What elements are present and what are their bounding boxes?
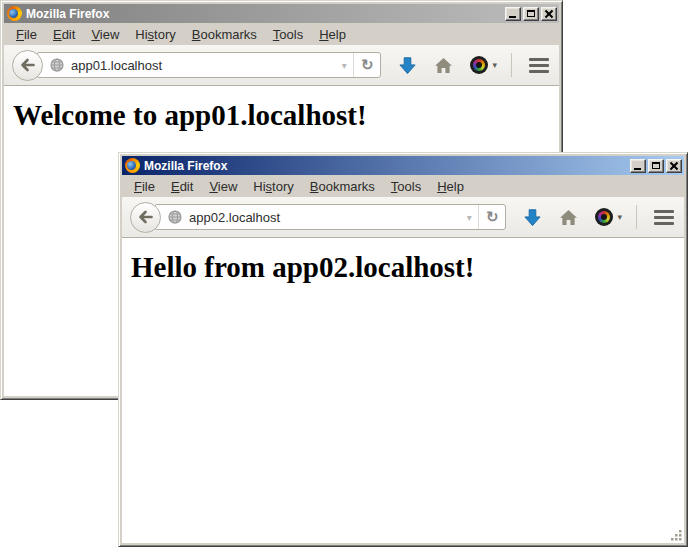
firefox-icon [7,6,22,21]
url-text[interactable]: app02.localhost [189,210,461,225]
window-title: Mozilla Firefox [26,7,109,21]
home-icon [559,209,578,226]
maximize-button[interactable] [648,159,664,173]
close-button[interactable] [541,7,557,21]
hamburger-icon [529,58,549,73]
menu-help[interactable]: Help [311,25,354,44]
window-controls [503,7,557,21]
firefox-icon [125,158,140,173]
url-history-dropdown-icon[interactable]: ▾ [336,60,353,71]
menu-bookmarks[interactable]: Bookmarks [184,25,265,44]
url-bar[interactable]: app02.localhost ▾ ↻ [154,204,506,230]
titlebar[interactable]: Mozilla Firefox [122,156,684,175]
titlebar[interactable]: Mozilla Firefox [4,4,559,23]
close-icon [667,160,681,172]
menu-history[interactable]: History [127,25,183,44]
url-text[interactable]: app01.localhost [71,58,336,73]
download-arrow-icon [398,56,417,75]
url-bar[interactable]: app01.localhost ▾ ↻ [36,52,381,78]
back-arrow-icon [20,57,36,73]
maximize-icon [527,10,535,17]
app-menu-button[interactable] [654,210,674,225]
window-title: Mozilla Firefox [144,159,227,173]
menu-file[interactable]: File [8,25,45,44]
page-heading: Hello from app02.localhost! [131,251,684,284]
minimize-button[interactable] [630,159,646,173]
navigation-toolbar: app02.localhost ▾ ↻ ▾ [122,197,684,238]
maximize-button[interactable] [523,7,539,21]
maximize-icon [652,162,660,169]
home-icon [434,57,453,74]
minimize-button[interactable] [505,7,521,21]
menu-view[interactable]: View [201,177,245,196]
extension-dropdown-caret-icon: ▾ [617,212,622,222]
menu-tools[interactable]: Tools [265,25,311,44]
firefox-globe-icon [127,161,136,170]
extension-dropdown-caret-icon: ▾ [492,60,497,70]
minimize-icon [634,168,641,170]
download-button[interactable] [523,208,542,227]
toolbar-separator [636,205,637,229]
page-heading: Welcome to app01.localhost! [13,99,559,132]
menu-view[interactable]: View [83,25,127,44]
extension-color-wheel-icon [595,208,613,226]
resize-grip[interactable] [669,528,683,542]
home-button[interactable] [559,209,578,226]
menu-help[interactable]: Help [429,177,472,196]
extension-button[interactable]: ▾ [595,208,622,226]
back-arrow-icon [138,209,154,225]
reload-icon[interactable]: ↻ [478,205,506,229]
page-content: Hello from app02.localhost! [122,238,684,543]
close-button[interactable] [666,159,682,173]
download-button[interactable] [398,56,417,75]
menu-bar: File Edit View History Bookmarks Tools H… [4,23,559,45]
site-identity-globe-icon[interactable] [49,57,65,73]
minimize-icon [509,16,516,18]
menu-edit[interactable]: Edit [163,177,201,196]
app-menu-button[interactable] [529,58,549,73]
toolbar-separator [511,53,512,77]
navigation-toolbar: app01.localhost ▾ ↻ ▾ [4,45,559,86]
hamburger-icon [654,210,674,225]
reload-icon[interactable]: ↻ [353,53,381,77]
close-icon [542,8,556,20]
menu-bookmarks[interactable]: Bookmarks [302,177,383,196]
menu-tools[interactable]: Tools [383,177,429,196]
back-button[interactable] [130,202,161,233]
download-arrow-icon [523,208,542,227]
browser-window-app02: Mozilla Firefox File Edit View History B… [118,152,688,547]
extension-color-wheel-icon [470,56,488,74]
url-history-dropdown-icon[interactable]: ▾ [461,212,478,223]
firefox-globe-icon [9,9,18,18]
back-button[interactable] [12,50,43,81]
menu-file[interactable]: File [126,177,163,196]
menu-edit[interactable]: Edit [45,25,83,44]
menu-bar: File Edit View History Bookmarks Tools H… [122,175,684,197]
home-button[interactable] [434,57,453,74]
extension-button[interactable]: ▾ [470,56,497,74]
site-identity-globe-icon[interactable] [167,209,183,225]
window-controls [628,159,682,173]
menu-history[interactable]: History [245,177,301,196]
